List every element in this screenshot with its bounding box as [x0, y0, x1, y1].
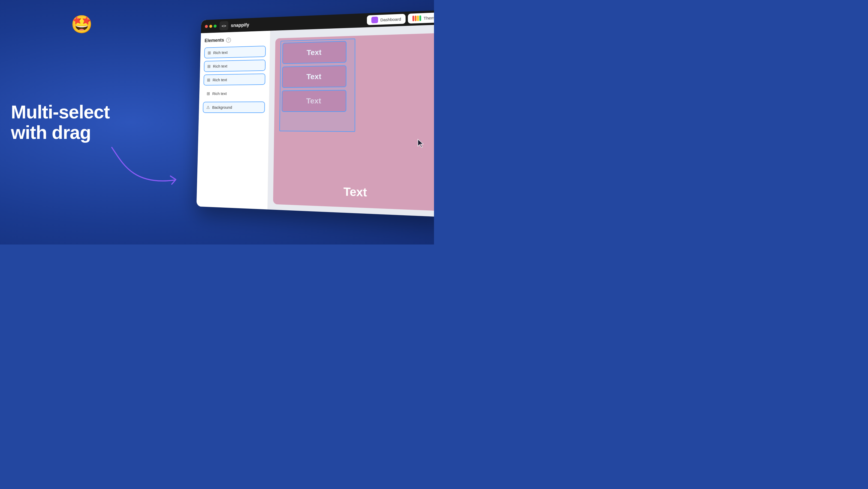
rich-text-icon-3: ⊞ [207, 78, 210, 82]
element-label-3: Rich text [213, 78, 227, 82]
elements-title: Elements [205, 37, 224, 44]
tab-theme-label: Theme [424, 15, 434, 21]
rich-text-icon-2: ⊞ [207, 64, 211, 69]
elements-header: Elements ? [205, 36, 266, 44]
tab-theme[interactable]: Theme [408, 12, 434, 24]
canvas-area[interactable]: Text Text Text Text [268, 25, 434, 218]
emoji: 🤩 [71, 14, 93, 35]
elements-panel: Elements ? ⊞ Rich text ⊞ Rich text ⊞ Ric… [196, 31, 271, 209]
element-rich-text-4[interactable]: ⊞ Rich text [203, 88, 265, 99]
tab-dashboard-label: Dashboard [380, 17, 401, 22]
background-icon: ⚠ [206, 105, 210, 110]
element-rich-text-2[interactable]: ⊞ Rich text [204, 59, 266, 72]
theme-icon [412, 15, 421, 21]
canvas-text-large: Text [273, 183, 434, 202]
element-background-label: Background [212, 105, 232, 109]
element-background[interactable]: ⚠ Background [203, 102, 265, 113]
selection-box [279, 38, 355, 132]
maximize-button[interactable] [214, 25, 217, 28]
tab-dashboard[interactable]: Dashboard [367, 14, 406, 25]
minimize-button[interactable] [209, 25, 212, 28]
element-label-4: Rich text [212, 91, 227, 96]
app-logo: <> snappify [219, 20, 249, 31]
nav-tabs: Dashboard Theme [367, 12, 434, 25]
app-name: snappify [230, 22, 249, 28]
close-button[interactable] [205, 25, 208, 28]
app-logo-icon: <> [219, 21, 228, 31]
element-label-1: Rich text [213, 50, 228, 55]
window-controls [205, 25, 217, 28]
hero-text-block: Multi-select with drag [11, 102, 110, 143]
canvas-card: Text Text Text Text [273, 33, 434, 211]
help-icon[interactable]: ? [226, 37, 231, 42]
element-rich-text-1[interactable]: ⊞ Rich text [204, 46, 266, 59]
cursor [416, 139, 425, 149]
element-rich-text-3[interactable]: ⊞ Rich text [204, 74, 265, 85]
main-content: Elements ? ⊞ Rich text ⊞ Rich text ⊞ Ric… [196, 25, 434, 218]
element-label-2: Rich text [213, 64, 227, 68]
hero-line-1: Multi-select with drag [11, 102, 110, 143]
dashboard-icon [371, 17, 378, 24]
rich-text-icon-4: ⊞ [207, 91, 210, 96]
rich-text-icon-1: ⊞ [208, 51, 211, 55]
app-window: <> snappify Dashboard Theme [196, 10, 434, 217]
